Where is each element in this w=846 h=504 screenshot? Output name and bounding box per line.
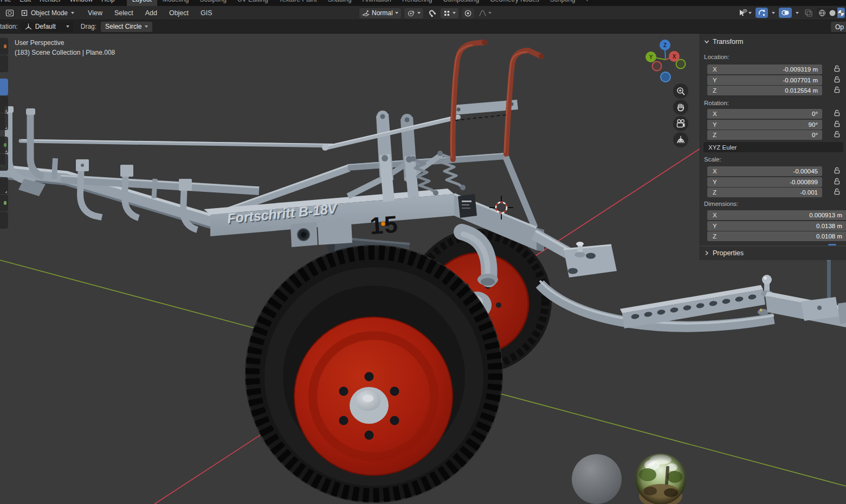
lock-icon[interactable]: [834, 178, 841, 185]
tab-scripting[interactable]: Scripting: [545, 0, 581, 6]
show-object-types-dropdown[interactable]: [737, 8, 753, 18]
menu-file[interactable]: File: [0, 0, 15, 3]
panel-resize-grip[interactable]: [828, 244, 836, 245]
lock-icon[interactable]: [834, 65, 841, 73]
lock-icon[interactable]: [834, 167, 841, 175]
transform-panel-header[interactable]: Transform: [704, 38, 744, 46]
tab-modeling[interactable]: Modeling: [157, 0, 195, 6]
drag-label: Drag:: [81, 23, 96, 30]
scale-y-field[interactable]: Y-0.000899: [707, 177, 822, 187]
rotation-y-field[interactable]: Y90°: [707, 120, 822, 130]
zoom-button[interactable]: [673, 83, 688, 99]
proportional-editing-toggle[interactable]: [462, 8, 474, 18]
options-button[interactable]: Op: [831, 22, 846, 32]
spring-mechanism[interactable]: [322, 100, 518, 202]
tab-layout[interactable]: Layout: [127, 0, 157, 6]
menu-window[interactable]: Window: [65, 0, 97, 3]
viewport-3d[interactable]: Fortschritt B-18V Fortschritt B-18V 15: [0, 34, 846, 504]
tab-geometry-nodes[interactable]: Geometry Nodes: [485, 0, 545, 6]
tool-extra-1[interactable]: [0, 195, 8, 211]
orientation-dropdown[interactable]: Normal: [359, 8, 401, 18]
tool-annotate[interactable]: [0, 137, 8, 153]
menu-help[interactable]: Help: [97, 0, 119, 3]
shading-solid-button[interactable]: [827, 8, 837, 18]
menu-select[interactable]: Select: [108, 9, 139, 17]
mode-selector[interactable]: Object Mode: [17, 8, 78, 18]
drawbar-assembly[interactable]: [534, 231, 846, 328]
orientation-label: tation:: [0, 23, 18, 30]
tool-add-cube[interactable]: [0, 177, 8, 194]
camera-view-button[interactable]: [673, 116, 688, 131]
menu-view[interactable]: View: [82, 9, 108, 17]
lock-icon[interactable]: [834, 120, 841, 128]
rotation-z-field[interactable]: Z0°: [707, 130, 822, 140]
tool-rotate[interactable]: [0, 96, 8, 113]
gizmo-y-label: Y: [649, 54, 653, 60]
dimensions-z-field[interactable]: Z0.0108 m: [707, 231, 846, 241]
gizmo-axis-y-neg[interactable]: [676, 60, 686, 69]
tool-cursor[interactable]: [0, 55, 8, 72]
lever-arm[interactable]: [325, 117, 458, 148]
lock-icon[interactable]: [834, 109, 841, 117]
lock-icon[interactable]: [834, 188, 841, 196]
perspective-toggle-button[interactable]: [673, 132, 688, 147]
falloff-curve-icon: [479, 9, 487, 17]
tool-select-box[interactable]: [0, 38, 8, 55]
front-wheel[interactable]: [245, 245, 503, 503]
snap-settings-dropdown[interactable]: [441, 8, 458, 18]
tool-scale[interactable]: [0, 113, 8, 130]
chevron-down-icon: [145, 25, 148, 28]
tool-extra-2[interactable]: [0, 212, 8, 229]
tool-move-active[interactable]: [0, 79, 8, 95]
dimensions-y-field[interactable]: Y0.0138 m: [707, 221, 846, 231]
shading-material-preview-button[interactable]: [837, 8, 845, 18]
transform-tools: Normal: [359, 8, 493, 18]
lock-icon[interactable]: [834, 76, 841, 83]
dimensions-x-field[interactable]: X0.000913 m: [707, 210, 846, 220]
location-y-field[interactable]: Y-0.007701 m: [707, 75, 822, 85]
scale-z-field[interactable]: Z-0.001: [707, 188, 822, 197]
location-z-field[interactable]: Z0.012554 m: [707, 86, 822, 95]
handlebars[interactable]: [451, 40, 544, 159]
menu-render[interactable]: Render: [35, 0, 65, 3]
location-x-field[interactable]: X-0.009319 m: [707, 64, 822, 74]
pivot-point-dropdown[interactable]: [404, 8, 423, 18]
tab-animation[interactable]: Animation: [357, 0, 397, 6]
tab-rendering[interactable]: Rendering: [397, 0, 437, 6]
properties-panel-header[interactable]: Properties: [704, 249, 744, 257]
tab-compositing[interactable]: Compositing: [437, 0, 485, 6]
rotation-x-field[interactable]: X0°: [707, 109, 822, 119]
default-orientation-dropdown[interactable]: Default: [21, 22, 73, 32]
xray-toggle[interactable]: [803, 8, 815, 18]
lock-icon[interactable]: [834, 131, 841, 138]
shading-wireframe-button[interactable]: [817, 8, 827, 18]
tine-stub-2[interactable]: [154, 179, 155, 198]
drag-tool-dropdown[interactable]: Select Circle: [101, 22, 152, 32]
navigation-gizmo[interactable]: Z X Y: [641, 37, 690, 87]
menu-add[interactable]: Add: [139, 9, 163, 17]
tool-measure[interactable]: [0, 154, 8, 171]
tab-shading[interactable]: Shading: [322, 0, 357, 6]
menu-gis[interactable]: GIS: [195, 9, 218, 17]
falloff-dropdown[interactable]: [477, 8, 493, 18]
tab-sculpting[interactable]: Sculpting: [195, 0, 232, 6]
overlays-toggle[interactable]: [779, 8, 792, 18]
tab-texture-paint[interactable]: Texture Paint: [274, 0, 322, 6]
scale-x-field[interactable]: X-0.00045: [707, 166, 822, 176]
rotation-mode-dropdown[interactable]: XYZ Euler: [703, 142, 843, 152]
tab-uv-editing[interactable]: UV Editing: [232, 0, 274, 6]
pan-button[interactable]: [673, 100, 688, 115]
snap-toggle[interactable]: [427, 8, 437, 18]
menu-edit[interactable]: Edit: [15, 0, 35, 3]
orientation-normal-icon: [362, 9, 370, 17]
add-workspace-button[interactable]: +: [581, 0, 594, 6]
editor-type-button[interactable]: [2, 8, 17, 18]
menu-object[interactable]: Object: [163, 9, 195, 17]
gizmo-axis-x-neg[interactable]: [653, 62, 662, 71]
gizmos-toggle[interactable]: [755, 8, 768, 18]
gizmos-dropdown[interactable]: [770, 8, 777, 18]
gizmo-axis-z-neg[interactable]: [661, 72, 670, 82]
lock-icon[interactable]: [834, 86, 841, 94]
overlays-dropdown[interactable]: [794, 8, 800, 18]
tine-stub-1[interactable]: [54, 158, 55, 179]
